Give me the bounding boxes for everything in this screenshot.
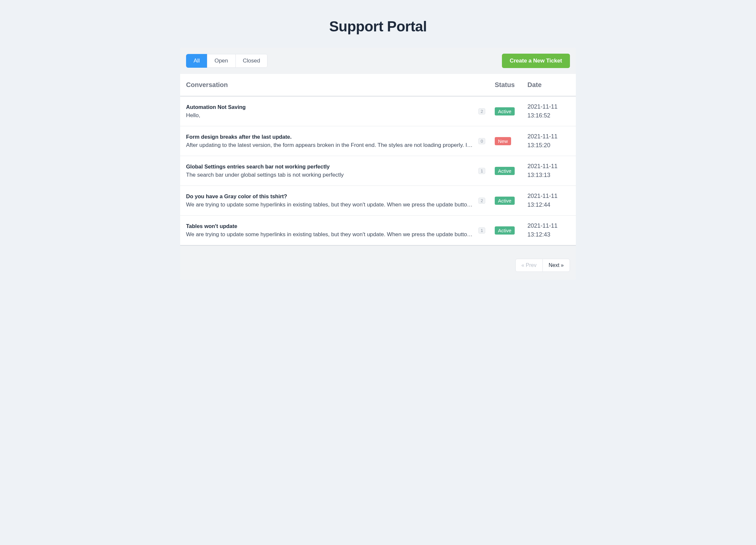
- ticket-count-badge: 1: [478, 227, 485, 233]
- ticket-title: Do you have a Gray color of this tshirt?: [186, 193, 473, 199]
- create-ticket-button[interactable]: Create a New Ticket: [502, 54, 570, 68]
- ticket-list: Automation Not SavingHello,2Active2021-1…: [180, 96, 576, 246]
- filter-tab-closed[interactable]: Closed: [235, 54, 268, 68]
- ticket-title: Form design breaks after the last update…: [186, 134, 473, 140]
- ticket-status-wrap: Active: [495, 226, 527, 234]
- ticket-count-badge: 2: [478, 197, 485, 204]
- ticket-date: 2021-11-11 13:12:44: [527, 192, 570, 209]
- table-footer: « Prev Next »: [180, 246, 576, 280]
- ticket-count-badge: 1: [478, 168, 485, 174]
- ticket-conversation: Tables won't updateWe are trying to upda…: [186, 223, 478, 238]
- ticket-status-wrap: New: [495, 137, 527, 145]
- ticket-status-wrap: Active: [495, 167, 527, 175]
- ticket-excerpt: Hello,: [186, 112, 473, 119]
- ticket-row[interactable]: Automation Not SavingHello,2Active2021-1…: [180, 96, 576, 126]
- tickets-card: AllOpenClosed Create a New Ticket Conver…: [180, 48, 576, 280]
- ticket-count-wrap: 2: [478, 108, 495, 114]
- ticket-date: 2021-11-11 13:16:52: [527, 102, 570, 120]
- ticket-excerpt: After updating to the latest version, th…: [186, 142, 473, 148]
- ticket-row[interactable]: Do you have a Gray color of this tshirt?…: [180, 186, 576, 215]
- ticket-count-wrap: 1: [478, 168, 495, 174]
- ticket-count-badge: 0: [478, 138, 485, 144]
- ticket-title: Tables won't update: [186, 223, 473, 229]
- ticket-conversation: Form design breaks after the last update…: [186, 134, 478, 148]
- ticket-status-badge: Active: [495, 196, 515, 205]
- next-button[interactable]: Next »: [542, 259, 570, 272]
- page-title: Support Portal: [0, 18, 756, 35]
- ticket-conversation: Automation Not SavingHello,: [186, 104, 478, 119]
- ticket-row[interactable]: Form design breaks after the last update…: [180, 126, 576, 156]
- prev-button[interactable]: « Prev: [515, 259, 543, 272]
- ticket-count-wrap: 0: [478, 138, 495, 144]
- ticket-date: 2021-11-11 13:13:13: [527, 162, 570, 179]
- ticket-title: Global Settings entries search bar not w…: [186, 163, 473, 170]
- ticket-status-badge: Active: [495, 167, 515, 175]
- ticket-count-badge: 2: [478, 108, 485, 114]
- filter-tabs: AllOpenClosed: [186, 54, 267, 68]
- ticket-status-badge: Active: [495, 107, 515, 115]
- ticket-row[interactable]: Tables won't updateWe are trying to upda…: [180, 215, 576, 246]
- ticket-excerpt: We are trying to update some hyperlinks …: [186, 231, 473, 238]
- filter-tab-all[interactable]: All: [186, 54, 207, 68]
- ticket-status-badge: Active: [495, 226, 515, 234]
- ticket-excerpt: The search bar under global settings tab…: [186, 172, 473, 178]
- pagination: « Prev Next »: [515, 259, 570, 272]
- ticket-status-wrap: Active: [495, 196, 527, 205]
- ticket-title: Automation Not Saving: [186, 104, 473, 110]
- ticket-conversation: Do you have a Gray color of this tshirt?…: [186, 193, 478, 208]
- ticket-row[interactable]: Global Settings entries search bar not w…: [180, 156, 576, 186]
- ticket-date: 2021-11-11 13:12:43: [527, 221, 570, 239]
- column-status: Status: [495, 81, 527, 89]
- ticket-excerpt: We are trying to update some hyperlinks …: [186, 201, 473, 208]
- ticket-count-wrap: 1: [478, 227, 495, 233]
- column-date: Date: [527, 81, 570, 89]
- column-conversation: Conversation: [186, 81, 478, 89]
- table-header: Conversation Status Date: [180, 74, 576, 96]
- ticket-status-wrap: Active: [495, 107, 527, 115]
- ticket-count-wrap: 2: [478, 197, 495, 204]
- filter-tab-open[interactable]: Open: [207, 54, 236, 68]
- toolbar: AllOpenClosed Create a New Ticket: [180, 48, 576, 74]
- ticket-date: 2021-11-11 13:15:20: [527, 132, 570, 150]
- ticket-conversation: Global Settings entries search bar not w…: [186, 163, 478, 178]
- ticket-status-badge: New: [495, 137, 511, 145]
